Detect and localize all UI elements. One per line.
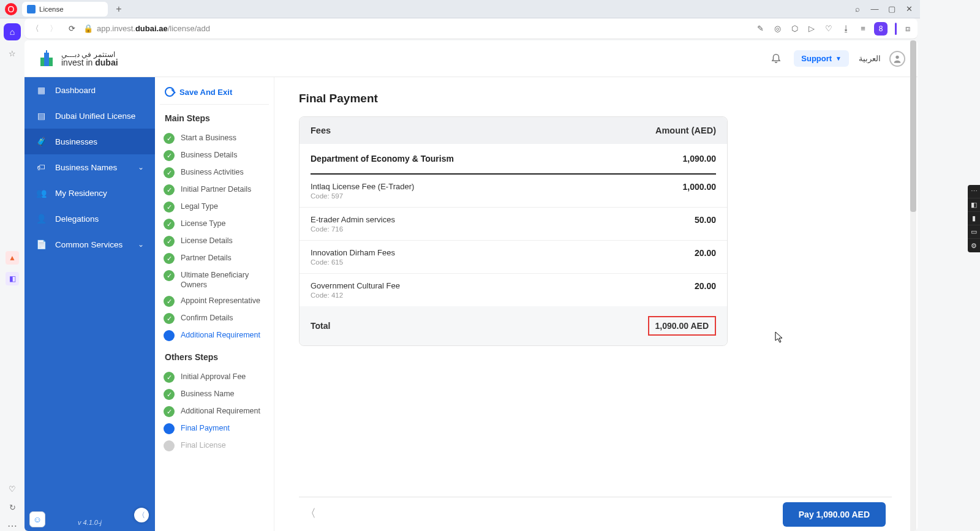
sidebar-item-dul[interactable]: ▤Dubai Unified License [24, 103, 155, 129]
step-status-icon [164, 423, 175, 434]
sidebar-item-names[interactable]: 🏷Business Names⌄ [24, 154, 155, 180]
browser-tab[interactable]: License [22, 2, 108, 17]
step-label: License Type [181, 217, 228, 229]
rt-camera-icon[interactable]: ⋯ [968, 185, 980, 198]
rt-photo-icon[interactable]: ◧ [968, 198, 980, 212]
dul-icon: ▤ [36, 110, 47, 121]
step-item[interactable]: ✓Initial Partner Details [160, 181, 269, 198]
fee-code: Code: 615 [311, 258, 395, 266]
fee-name: E-trader Admin services [311, 215, 395, 224]
step-item[interactable]: ✓Initial Approval Fee [160, 368, 269, 385]
addr-cube-icon[interactable]: ⧈ [902, 23, 914, 35]
step-item[interactable]: ✓Partner Details [160, 249, 269, 266]
logo[interactable]: استثمر في دبـــي invest in dubai [37, 49, 118, 69]
sidebar-item-common[interactable]: 📄Common Services⌄ [24, 232, 155, 257]
step-label: Ultimate Beneficiary Owners [181, 269, 265, 290]
browser-address-bar: 〈 〉 ⟳ 🔒 app.invest.dubai.ae/license/add … [24, 18, 918, 39]
avatar[interactable] [889, 51, 905, 67]
sidebar-item-label: Dubai Unified License [55, 111, 135, 121]
save-and-exit-button[interactable]: Save And Exit [160, 83, 269, 105]
footer-back-button[interactable]: 〈 [305, 506, 322, 523]
others-steps-heading: Others Steps [160, 344, 269, 368]
step-item[interactable]: ✓Appoint Representative [160, 292, 269, 309]
app-sidebar: ▦Dashboard▤Dubai Unified License🧳Busines… [24, 77, 155, 531]
svg-rect-1 [40, 58, 44, 66]
nav-forward-icon[interactable]: 〉 [47, 23, 60, 34]
fee-name: Intlaq License Fee (E-Trader) [311, 182, 414, 191]
rt-settings-icon[interactable]: ⚙ [968, 239, 980, 252]
step-status-icon: ✓ [164, 201, 175, 213]
delegations-icon: 👤 [36, 213, 47, 224]
step-item[interactable]: ✓Business Name [160, 385, 269, 402]
fee-code: Code: 716 [311, 225, 395, 233]
amount-label: Amount (AED) [655, 126, 716, 135]
addr-play-icon[interactable]: ▷ [805, 23, 818, 35]
step-item[interactable]: ✓Start a Business [160, 129, 269, 146]
addr-camera-icon[interactable]: ◎ [771, 23, 783, 35]
step-status-icon: ✓ [164, 253, 175, 264]
page-scrollbar-thumb[interactable] [910, 40, 916, 212]
sidebar-item-dashboard[interactable]: ▦Dashboard [24, 77, 155, 103]
addr-heart-icon[interactable]: ♡ [823, 23, 835, 35]
step-label: Legal Type [181, 200, 221, 212]
sidebar-item-residency[interactable]: 👥My Residency [24, 180, 155, 206]
step-label: Additional Requirement [181, 329, 263, 341]
addr-menu-icon[interactable]: ≡ [857, 23, 869, 35]
sidebar-item-delegations[interactable]: 👤Delegations [24, 206, 155, 232]
search-icon[interactable]: ⌕ [851, 2, 864, 16]
fee-name: Government Cultural Fee [311, 281, 400, 290]
step-item[interactable]: ✓Confirm Details [160, 309, 269, 326]
step-status-icon [164, 330, 175, 341]
sidebar-item-label: Delegations [55, 214, 99, 224]
close-icon[interactable]: ✕ [902, 2, 916, 16]
footer-bar: 〈 Pay 1,090.00 AED [299, 497, 892, 531]
step-item[interactable]: ✓License Type [160, 215, 269, 232]
maximize-icon[interactable]: ▢ [885, 2, 899, 16]
step-item[interactable]: Final License [160, 437, 269, 454]
svg-rect-2 [49, 58, 53, 66]
step-status-icon: ✓ [164, 406, 175, 417]
residency-icon: 👥 [36, 187, 47, 198]
sidebar-item-businesses[interactable]: 🧳Businesses [24, 129, 155, 154]
rt-screen-icon[interactable]: ▭ [968, 225, 980, 239]
new-tab-button[interactable]: + [113, 3, 125, 15]
step-status-icon: ✓ [164, 167, 175, 178]
support-button[interactable]: Support▼ [794, 50, 849, 67]
step-label: Initial Partner Details [181, 183, 254, 195]
reload-icon[interactable]: ⟳ [65, 24, 78, 33]
language-toggle[interactable]: العربية [859, 54, 881, 63]
fee-amount: 20.00 [695, 248, 716, 258]
addr-profile-badge[interactable]: 8 [874, 22, 888, 36]
sidebar-item-label: My Residency [55, 189, 107, 198]
pay-button[interactable]: Pay 1,090.00 AED [783, 502, 886, 527]
chevron-down-icon: ⌄ [138, 163, 144, 171]
sidebar-item-label: Common Services [55, 240, 123, 249]
opera-logo[interactable]: O [5, 3, 17, 15]
step-label: Additional Requirement [181, 405, 263, 416]
step-item[interactable]: ✓Legal Type [160, 198, 269, 215]
step-item[interactable]: ✓Ultimate Beneficiary Owners [160, 266, 269, 292]
step-status-icon: ✓ [164, 270, 175, 281]
notifications-bell-icon[interactable] [771, 52, 783, 65]
step-item[interactable]: ✓Additional Requirement [160, 402, 269, 420]
step-item[interactable]: ✓Business Details [160, 146, 269, 164]
addr-download-icon[interactable]: ⭳ [840, 23, 852, 35]
step-item[interactable]: Final Payment [160, 420, 269, 437]
addr-shield-icon[interactable]: ⬡ [788, 23, 801, 35]
step-item[interactable]: ✓Business Activities [160, 164, 269, 181]
logo-mark-icon [37, 49, 56, 69]
fee-name: Innovation Dirham Fees [311, 248, 395, 257]
nav-back-icon[interactable]: 〈 [28, 23, 42, 34]
rt-video-icon[interactable]: ▮ [968, 212, 980, 225]
step-label: Business Activities [181, 166, 246, 178]
addr-edit-icon[interactable]: ✎ [754, 23, 766, 35]
step-label: License Details [181, 235, 235, 246]
chat-widget-icon[interactable]: ☺ [29, 511, 45, 527]
app-header: استثمر في دبـــي invest in dubai Support… [24, 40, 918, 77]
department-total: 1,090.00 [683, 154, 717, 164]
fee-code: Code: 412 [311, 292, 400, 299]
step-item[interactable]: Additional Requirement [160, 326, 269, 344]
minimize-icon[interactable]: — [868, 2, 881, 16]
url-text[interactable]: app.invest.dubai.ae/license/add [97, 24, 210, 33]
step-item[interactable]: ✓License Details [160, 232, 269, 249]
